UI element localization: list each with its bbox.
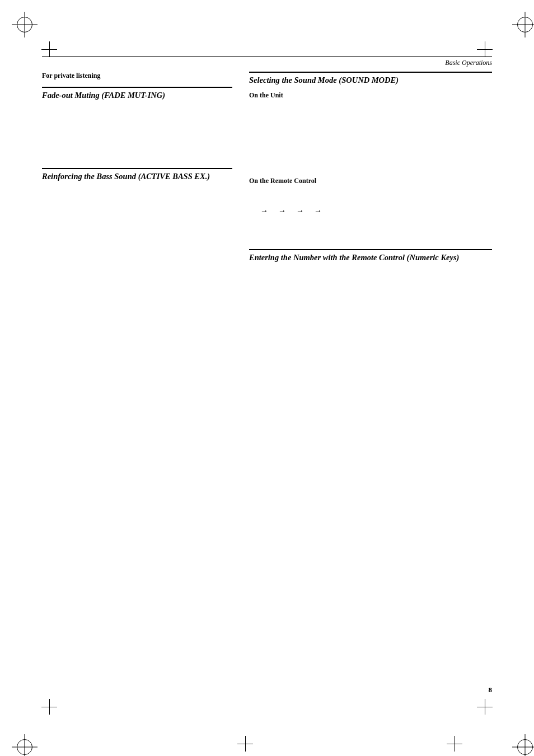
on-remote-label: On the Remote Control bbox=[249, 177, 492, 185]
reg-mark-bottom-left bbox=[17, 739, 32, 755]
inner-mark-top-left bbox=[45, 45, 54, 54]
right-spacer-3 bbox=[249, 143, 492, 177]
reg-mark-bottom-right bbox=[517, 739, 533, 755]
reg-mark-top-right bbox=[517, 17, 533, 32]
left-column: For private listening Fade-out Muting (F… bbox=[42, 72, 232, 269]
arrow-sequence: → → → → bbox=[260, 206, 492, 215]
arrow-2: → bbox=[278, 206, 286, 215]
header-rule bbox=[42, 56, 492, 57]
right-spacer-2 bbox=[249, 126, 492, 143]
spacer-pre-entering bbox=[249, 221, 492, 249]
inner-mark-bottom-left bbox=[45, 702, 54, 711]
reg-mark-top-left bbox=[17, 17, 32, 32]
for-private-label: For private listening bbox=[42, 72, 232, 80]
section-header: Basic Operations bbox=[42, 59, 492, 68]
right-spacer-1 bbox=[249, 104, 492, 126]
right-column: Selecting the Sound Mode (SOUND MODE) On… bbox=[249, 72, 492, 269]
selecting-section-heading: Selecting the Sound Mode (SOUND MODE) bbox=[249, 72, 492, 86]
main-content: For private listening Fade-out Muting (F… bbox=[42, 72, 492, 269]
arrow-3: → bbox=[296, 206, 304, 215]
entering-heading-text: Entering the Number with the Remote Cont… bbox=[249, 252, 492, 263]
inner-mark-bottom-right bbox=[480, 702, 489, 711]
mid-mark-bottom-left bbox=[241, 739, 250, 748]
left-spacer-1 bbox=[42, 106, 232, 140]
reinforcing-section-heading: Reinforcing the Bass Sound (ACTIVE BASS … bbox=[42, 168, 232, 182]
fade-out-section-heading: Fade-out Muting (FADE MUT-ING) bbox=[42, 87, 232, 101]
section-header-label: Basic Operations bbox=[445, 59, 492, 67]
entering-section-heading: Entering the Number with the Remote Cont… bbox=[249, 249, 492, 263]
on-unit-label: On the Unit bbox=[249, 91, 492, 100]
arrow-1: → bbox=[260, 206, 268, 215]
left-spacer-2 bbox=[42, 140, 232, 168]
fade-out-heading-text: Fade-out Muting (FADE MUT-ING) bbox=[42, 90, 232, 101]
selecting-heading-text: Selecting the Sound Mode (SOUND MODE) bbox=[249, 75, 492, 86]
mid-mark-bottom-right bbox=[450, 739, 459, 748]
page-number: 8 bbox=[489, 685, 493, 694]
arrow-4: → bbox=[314, 206, 322, 215]
right-spacer-4 bbox=[249, 190, 492, 201]
inner-mark-top-right bbox=[480, 45, 489, 54]
reinforcing-heading-text: Reinforcing the Bass Sound (ACTIVE BASS … bbox=[42, 171, 232, 182]
